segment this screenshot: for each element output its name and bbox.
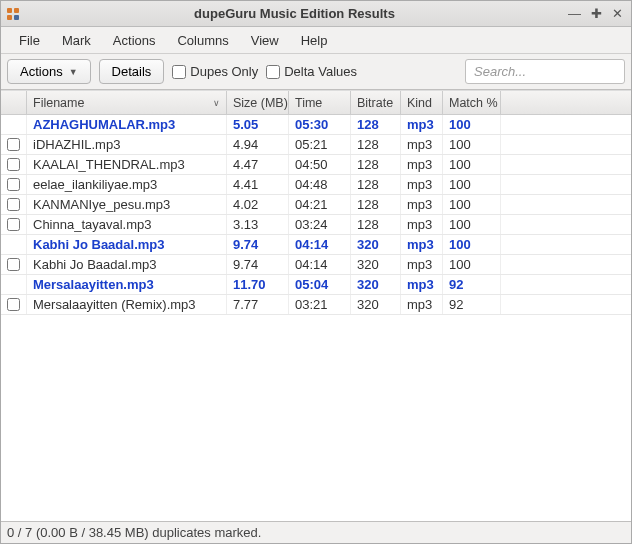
cell-match: 100 <box>443 215 501 234</box>
cell-filename: Mersalaayitten.mp3 <box>27 275 227 294</box>
menu-actions[interactable]: Actions <box>103 29 166 52</box>
delta-values-checkbox-wrap[interactable]: Delta Values <box>266 64 357 79</box>
cell-kind: mp3 <box>401 255 443 274</box>
cell-filename: Kabhi Jo Baadal.mp3 <box>27 235 227 254</box>
svg-rect-2 <box>7 15 12 20</box>
cell-time: 05:04 <box>289 275 351 294</box>
table-row[interactable]: Chinna_tayaval.mp33.1303:24128mp3100 <box>1 215 631 235</box>
menu-help[interactable]: Help <box>291 29 338 52</box>
table-row[interactable]: iDHAZHIL.mp34.9405:21128mp3100 <box>1 135 631 155</box>
cell-time: 04:48 <box>289 175 351 194</box>
dupes-only-checkbox[interactable] <box>172 65 186 79</box>
table-row[interactable]: KANMANIye_pesu.mp34.0204:21128mp3100 <box>1 195 631 215</box>
row-checkbox[interactable] <box>7 158 20 171</box>
window-controls: — ✚ ✕ <box>568 6 627 21</box>
column-header-checkbox[interactable] <box>1 91 27 114</box>
table-row[interactable]: Kabhi Jo Baadal.mp39.7404:14320mp3100 <box>1 235 631 255</box>
minimize-icon[interactable]: — <box>568 6 581 21</box>
cell-size: 3.13 <box>227 215 289 234</box>
cell-bitrate: 128 <box>351 115 401 134</box>
cell-filename: KAALAI_THENDRAL.mp3 <box>27 155 227 174</box>
cell-time: 03:21 <box>289 295 351 314</box>
cell-size: 4.02 <box>227 195 289 214</box>
cell-kind: mp3 <box>401 195 443 214</box>
cell-size: 9.74 <box>227 235 289 254</box>
row-checkbox[interactable] <box>7 218 20 231</box>
cell-time: 03:24 <box>289 215 351 234</box>
dupes-only-label: Dupes Only <box>190 64 258 79</box>
cell-bitrate: 128 <box>351 195 401 214</box>
table-row[interactable]: Mersalaayitten.mp311.7005:04320mp392 <box>1 275 631 295</box>
cell-size: 4.41 <box>227 175 289 194</box>
cell-time: 04:14 <box>289 235 351 254</box>
chevron-down-icon: ▼ <box>69 67 78 77</box>
cell-bitrate: 320 <box>351 295 401 314</box>
details-button-label: Details <box>112 64 152 79</box>
menu-columns[interactable]: Columns <box>167 29 238 52</box>
column-header-kind[interactable]: Kind <box>401 91 443 114</box>
cell-filename: iDHAZHIL.mp3 <box>27 135 227 154</box>
toolbar: Actions ▼ Details Dupes Only Delta Value… <box>1 54 631 90</box>
delta-values-checkbox[interactable] <box>266 65 280 79</box>
row-checkbox[interactable] <box>7 138 20 151</box>
column-header-kind-label: Kind <box>407 96 432 110</box>
cell-time: 05:30 <box>289 115 351 134</box>
statusbar: 0 / 7 (0.00 B / 38.45 MB) duplicates mar… <box>1 521 631 543</box>
cell-size: 9.74 <box>227 255 289 274</box>
row-checkbox-cell <box>1 255 27 274</box>
cell-filename: AZHAGHUMALAR.mp3 <box>27 115 227 134</box>
column-header-time[interactable]: Time <box>289 91 351 114</box>
results-table: Filename ∨ Size (MB) Time Bitrate Kind M… <box>1 90 631 521</box>
row-checkbox[interactable] <box>7 298 20 311</box>
row-checkbox-cell <box>1 295 27 314</box>
table-body[interactable]: AZHAGHUMALAR.mp35.0505:30128mp3100iDHAZH… <box>1 115 631 521</box>
search-input[interactable] <box>465 59 625 84</box>
maximize-icon[interactable]: ✚ <box>591 6 602 21</box>
dupes-only-checkbox-wrap[interactable]: Dupes Only <box>172 64 258 79</box>
column-header-bitrate-label: Bitrate <box>357 96 393 110</box>
cell-kind: mp3 <box>401 115 443 134</box>
table-row[interactable]: KAALAI_THENDRAL.mp34.4704:50128mp3100 <box>1 155 631 175</box>
column-header-size-label: Size (MB) <box>233 96 288 110</box>
table-header: Filename ∨ Size (MB) Time Bitrate Kind M… <box>1 91 631 115</box>
row-checkbox-cell <box>1 115 27 134</box>
cell-match: 92 <box>443 295 501 314</box>
row-checkbox-cell <box>1 155 27 174</box>
cell-bitrate: 320 <box>351 235 401 254</box>
column-header-filename[interactable]: Filename ∨ <box>27 91 227 114</box>
cell-kind: mp3 <box>401 215 443 234</box>
svg-rect-0 <box>7 8 12 13</box>
column-header-size[interactable]: Size (MB) <box>227 91 289 114</box>
menu-file[interactable]: File <box>9 29 50 52</box>
cell-time: 04:14 <box>289 255 351 274</box>
column-header-bitrate[interactable]: Bitrate <box>351 91 401 114</box>
cell-bitrate: 128 <box>351 175 401 194</box>
cell-bitrate: 320 <box>351 275 401 294</box>
table-row[interactable]: Kabhi Jo Baadal.mp39.7404:14320mp3100 <box>1 255 631 275</box>
details-button[interactable]: Details <box>99 59 165 84</box>
table-row[interactable]: Mersalaayitten (Remix).mp37.7703:21320mp… <box>1 295 631 315</box>
table-row[interactable]: AZHAGHUMALAR.mp35.0505:30128mp3100 <box>1 115 631 135</box>
cell-bitrate: 128 <box>351 135 401 154</box>
row-checkbox-cell <box>1 235 27 254</box>
close-icon[interactable]: ✕ <box>612 6 623 21</box>
cell-match: 100 <box>443 155 501 174</box>
cell-match: 100 <box>443 195 501 214</box>
menu-mark[interactable]: Mark <box>52 29 101 52</box>
row-checkbox[interactable] <box>7 198 20 211</box>
cell-match: 100 <box>443 115 501 134</box>
cell-size: 5.05 <box>227 115 289 134</box>
cell-time: 04:21 <box>289 195 351 214</box>
menu-view[interactable]: View <box>241 29 289 52</box>
row-checkbox[interactable] <box>7 178 20 191</box>
cell-time: 05:21 <box>289 135 351 154</box>
app-icon <box>5 6 21 22</box>
cell-kind: mp3 <box>401 175 443 194</box>
row-checkbox[interactable] <box>7 258 20 271</box>
actions-dropdown-button[interactable]: Actions ▼ <box>7 59 91 84</box>
column-header-match[interactable]: Match % <box>443 91 501 114</box>
cell-time: 04:50 <box>289 155 351 174</box>
cell-filename: Chinna_tayaval.mp3 <box>27 215 227 234</box>
table-row[interactable]: eelae_ilankiliyae.mp34.4104:48128mp3100 <box>1 175 631 195</box>
cell-match: 100 <box>443 255 501 274</box>
